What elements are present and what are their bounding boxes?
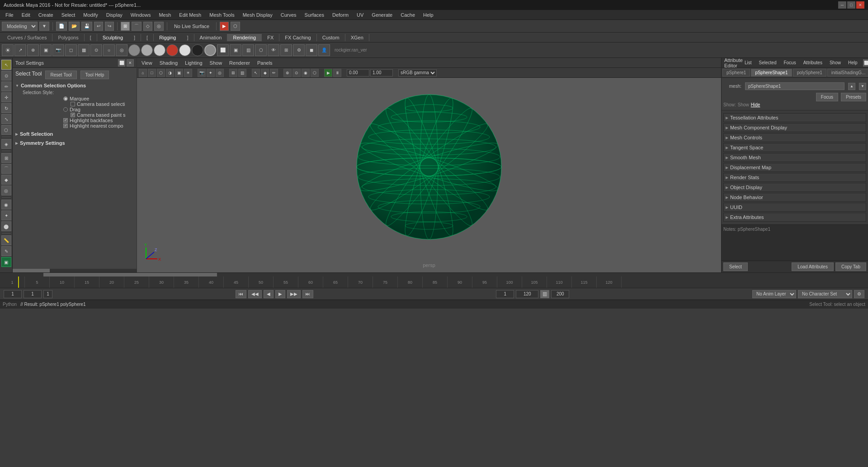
attr-section-node-behavior-row[interactable]: ▶ Node Behavior (723, 193, 866, 202)
vp-renderer-btn[interactable]: Renderer (226, 59, 253, 67)
vp-colorspace-select[interactable]: sRGB gamma (398, 69, 437, 76)
drag-radio[interactable]: Drag (63, 107, 134, 112)
attr-section-mesh-component-row[interactable]: ▶ Mesh Component Display (723, 123, 866, 132)
attr-tab-initialshading[interactable]: initialShadingG... (827, 69, 868, 76)
shelf-tab-rigging[interactable]: [ (141, 34, 154, 41)
timeline-ruler[interactable]: 1 5 10 15 20 25 30 35 40 45 50 55 60 65 … (0, 276, 868, 288)
pb-start-frame[interactable] (4, 290, 22, 298)
shelf-icon-texture[interactable]: ⬜ (217, 44, 229, 56)
shelf-tab-fxcaching[interactable]: FX Caching (279, 34, 316, 41)
menu-file[interactable]: File (2, 11, 17, 19)
shelf-tab-xgen[interactable]: XGen (345, 34, 369, 41)
menu-select[interactable]: Select (58, 11, 79, 19)
move-tool-btn[interactable]: ✛ (1, 92, 11, 102)
reset-tool-btn[interactable]: Reset Tool (45, 71, 76, 79)
menu-create[interactable]: Create (35, 11, 57, 19)
pb-end-frame[interactable] (516, 290, 538, 298)
sculpt-tool-btn[interactable]: ✦ (1, 210, 11, 220)
rotate-tool-btn[interactable]: ↻ (1, 103, 11, 113)
scale-tool-btn[interactable]: ⤡ (1, 114, 11, 124)
menu-windows[interactable]: Windows (127, 11, 155, 19)
hide-action-btn[interactable]: Hide (751, 102, 760, 107)
timeline-scroll-bar[interactable] (0, 273, 868, 276)
pb-char-set-select[interactable]: No Character Set (798, 290, 852, 298)
timeline-scroll-thumb[interactable] (43, 273, 217, 276)
ts-float-btn[interactable]: ⬜ (118, 59, 125, 67)
vp-panels-btn[interactable]: Panels (255, 59, 275, 67)
menu-deform[interactable]: Deform (329, 11, 352, 19)
mode-dropdown[interactable]: Modeling (2, 22, 38, 31)
vp-icon-isolate[interactable]: ◎ (216, 69, 224, 77)
vp-icon-xray[interactable]: ✦ (207, 69, 215, 77)
shelf-tab-rendering[interactable]: Rendering (227, 34, 262, 41)
vp-icon-obj[interactable]: □ (148, 69, 156, 77)
viewport-canvas[interactable]: persp X Y Z (137, 78, 721, 272)
shelf-icon-red[interactable] (166, 44, 178, 56)
camera-based-paint-check[interactable]: Camera based paint s (71, 112, 134, 118)
undo-btn[interactable]: ↩ (94, 22, 103, 31)
attr-mesh-btn-down[interactable]: ▼ (859, 83, 866, 90)
ipr-btn[interactable]: ⬡ (231, 22, 240, 31)
show-manip-btn[interactable]: ◈ (1, 139, 11, 149)
vp-icon-hud[interactable]: ▥ (238, 69, 246, 77)
shelf-icon-render-set[interactable]: ⚙ (293, 44, 305, 56)
tool-help-btn[interactable]: Tool Help (80, 71, 109, 79)
render-btn[interactable]: ▶ (220, 22, 229, 31)
attr-section-uuid-row[interactable]: ▶ UUID (723, 203, 866, 212)
vp-show-btn[interactable]: Show (207, 59, 225, 67)
shelf-icon-box[interactable]: ▣ (40, 44, 52, 56)
soft-selection-header[interactable]: ▶ Soft Selection (15, 130, 134, 138)
vp-icon-green[interactable]: ▶ (324, 69, 332, 77)
ae-show-btn[interactable]: Show (828, 59, 843, 66)
ae-float-btn[interactable]: ⬜ (863, 59, 868, 67)
menu-edit-mesh[interactable]: Edit Mesh (175, 11, 205, 19)
vp-icon-light[interactable]: ☀ (184, 69, 192, 77)
snap-curve-btn[interactable]: ⌒ (132, 22, 142, 31)
paint-tool-btn[interactable]: ✏ (1, 81, 11, 91)
measure-tool-btn[interactable]: 📏 (1, 235, 11, 245)
universal-tool-btn[interactable]: ⬡ (1, 125, 11, 135)
shelf-tab-curves[interactable]: Curves / Surfaces (2, 34, 52, 41)
attr-mesh-value[interactable] (745, 82, 844, 90)
shelf-icon-ball5[interactable] (192, 44, 203, 56)
snap-grid-btn[interactable]: ⊞ (121, 22, 130, 31)
shelf-tab-sculpting-close[interactable]: ] (128, 34, 141, 41)
vp-lighting-btn[interactable]: Lighting (182, 59, 205, 67)
menu-display[interactable]: Display (103, 11, 126, 19)
pb-prefs-btn[interactable]: ⚙ (854, 290, 864, 298)
vp-icon-marker[interactable]: ⊕ (283, 69, 292, 77)
vp-field-cam2[interactable] (370, 69, 393, 76)
shelf-icon-camera[interactable]: 📷 (52, 44, 64, 56)
attr-section-extra-attributes-row[interactable]: ▶ Extra Attributes (723, 213, 866, 222)
shelf-icon-light[interactable]: ☀ (2, 44, 14, 56)
shelf-icon-spot[interactable]: ⊙ (90, 44, 102, 56)
pb-forward-btn[interactable]: ▶▶ (287, 290, 301, 298)
show-action-btn[interactable]: Show (738, 102, 749, 107)
shelf-icon-attr-spread[interactable]: ⊞ (280, 44, 292, 56)
shelf-icon-user[interactable]: 👤 (318, 44, 330, 56)
menu-curves[interactable]: Curves (277, 11, 300, 19)
snap-point-btn[interactable]: ◇ (143, 22, 152, 31)
attr-tab-polysphere1[interactable]: polySphere1 (793, 69, 826, 76)
vp-icon-paint[interactable]: ✏ (270, 69, 278, 77)
layer-editor-btn[interactable]: ▣ (1, 257, 11, 267)
open-btn[interactable]: 📂 (69, 22, 80, 31)
ts-close-btn[interactable]: ✕ (127, 59, 134, 67)
snap-surface-tool-btn[interactable]: ◎ (1, 186, 11, 195)
shelf-icon-seq[interactable]: ▥ (242, 44, 254, 56)
attr-section-render-stats-row[interactable]: ▶ Render Stats (723, 173, 866, 182)
vp-icon-grid[interactable]: ⊞ (229, 69, 237, 77)
vp-icon-playback[interactable]: ⏸ (333, 69, 341, 77)
menu-modify[interactable]: Modify (80, 11, 101, 19)
shelf-tab-custom[interactable]: Custom (317, 34, 345, 41)
shelf-tab-polygons[interactable]: Polygons (52, 34, 84, 41)
redo-btn[interactable]: ↪ (105, 22, 114, 31)
shelf-icon-visor[interactable]: 👁 (268, 44, 279, 56)
menu-surfaces[interactable]: Surfaces (301, 11, 328, 19)
shelf-icon-ball4[interactable] (179, 44, 191, 56)
shelf-icon-ball3[interactable] (154, 44, 165, 56)
menu-cache[interactable]: Cache (397, 11, 419, 19)
pb-goto-end-btn[interactable]: ⏭ (302, 290, 313, 298)
camera-based-selection-check[interactable]: Camera based selecti (71, 101, 134, 107)
attr-tab-psphere1[interactable]: pSphere1 (722, 69, 750, 76)
